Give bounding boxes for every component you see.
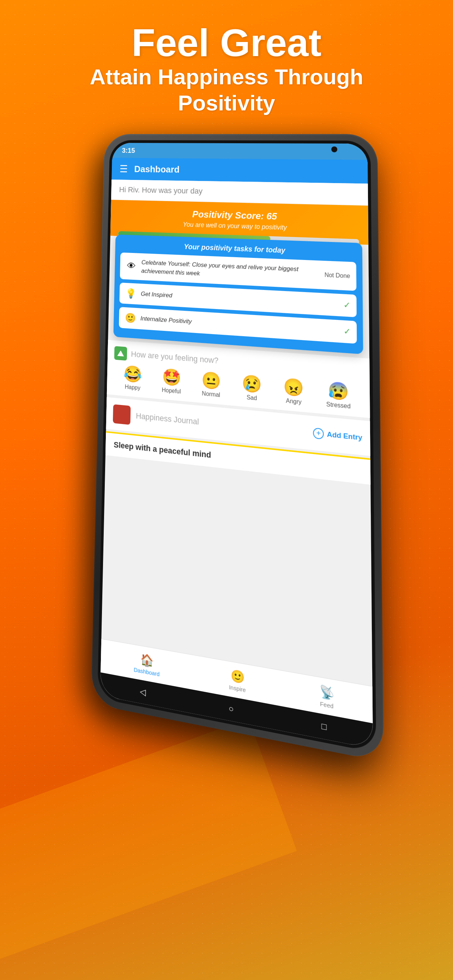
normal-emoji: 😐: [202, 371, 221, 390]
subtitle: Attain Happiness Through Positivity: [0, 64, 453, 116]
back-button[interactable]: ◁: [140, 686, 146, 698]
emotion-hopeful[interactable]: 🤩 Hopeful: [162, 368, 181, 395]
sleep-text: Sleep with a peaceful mind: [114, 440, 211, 460]
home-icon: 🏠: [140, 652, 153, 668]
stressed-label: Stressed: [326, 401, 351, 410]
angry-label: Angry: [286, 397, 301, 405]
recent-button[interactable]: □: [321, 721, 327, 733]
app-title: Dashboard: [134, 164, 180, 175]
task-text-inspire: Get Inspired: [141, 290, 339, 309]
home-button[interactable]: ○: [229, 703, 234, 714]
task-icon-celebrate: 👁: [125, 260, 137, 272]
greeting-text: Hi Riv. How was your day: [119, 185, 202, 196]
sad-emoji: 😢: [242, 375, 262, 393]
feeling-icon: [114, 346, 127, 361]
screen-content: Hi Riv. How was your day Positivity Scor…: [100, 180, 373, 749]
task-icon-inspire: 💡: [125, 288, 137, 299]
add-entry-circle-icon: +: [313, 428, 324, 439]
normal-label: Normal: [202, 390, 220, 399]
emotion-stressed[interactable]: 😰 Stressed: [326, 381, 350, 410]
emotion-normal[interactable]: 😐 Normal: [201, 371, 221, 398]
phone-screen-border: 3:15 ☰ Dashboard Hi Riv. How was your da…: [97, 140, 377, 753]
status-bar: 3:15: [112, 143, 368, 160]
phone-body: 3:15 ☰ Dashboard Hi Riv. How was your da…: [91, 134, 384, 762]
add-entry-button[interactable]: + Add Entry: [313, 428, 362, 444]
nav-dashboard[interactable]: 🏠 Dashboard: [134, 651, 160, 677]
camera-dot: [331, 146, 337, 153]
sad-label: Sad: [246, 394, 257, 402]
feeling-title: How are you feeling now?: [131, 349, 218, 366]
task-text-celebrate: Celebrate Yourself: Close your eyes and …: [141, 258, 320, 284]
task-icon-positivity: 🙂: [124, 312, 137, 324]
main-title: Feel Great: [0, 21, 453, 64]
hamburger-icon[interactable]: ☰: [119, 163, 128, 174]
nav-inspire[interactable]: 🙂 Inspire: [229, 668, 246, 693]
happy-label: Happy: [125, 383, 141, 391]
emotion-angry[interactable]: 😠 Angry: [283, 378, 304, 406]
nav-dashboard-label: Dashboard: [134, 666, 160, 677]
nav-feed[interactable]: 📡 Feed: [319, 684, 334, 710]
phone-mockup: 3:15 ☰ Dashboard Hi Riv. How was your da…: [39, 134, 445, 980]
hopeful-emoji: 🤩: [162, 368, 181, 386]
task-text-positivity: Internalize Positivity: [140, 314, 339, 336]
journal-title: Happiness Journal: [136, 411, 307, 438]
status-time: 3:15: [122, 146, 135, 154]
emotion-happy[interactable]: 😂 Happy: [123, 365, 142, 391]
phone-screen: 3:15 ☰ Dashboard Hi Riv. How was your da…: [100, 143, 373, 749]
nav-feed-label: Feed: [320, 700, 334, 710]
header-section: Feel Great Attain Happiness Through Posi…: [0, 21, 453, 116]
journal-icon: [113, 404, 131, 425]
angry-emoji: 😠: [283, 378, 304, 396]
task-check-inspire: ✓: [343, 300, 350, 310]
nav-inspire-label: Inspire: [229, 683, 246, 693]
pencil-icon: [117, 350, 124, 356]
app-bar: ☰ Dashboard: [111, 158, 368, 183]
happy-emoji: 😂: [124, 365, 142, 382]
emotion-sad[interactable]: 😢 Sad: [242, 375, 262, 402]
task-status-celebrate: Not Done: [324, 272, 350, 280]
hopeful-label: Hopeful: [162, 387, 181, 395]
add-entry-label: Add Entry: [327, 430, 362, 442]
stressed-emoji: 😰: [328, 382, 349, 400]
feed-icon: 📡: [319, 684, 334, 701]
tasks-card: Your positivity tasks for today 👁 Celebr…: [113, 235, 363, 354]
task-check-positivity: ✓: [343, 326, 351, 337]
inspire-icon: 🙂: [230, 668, 244, 684]
